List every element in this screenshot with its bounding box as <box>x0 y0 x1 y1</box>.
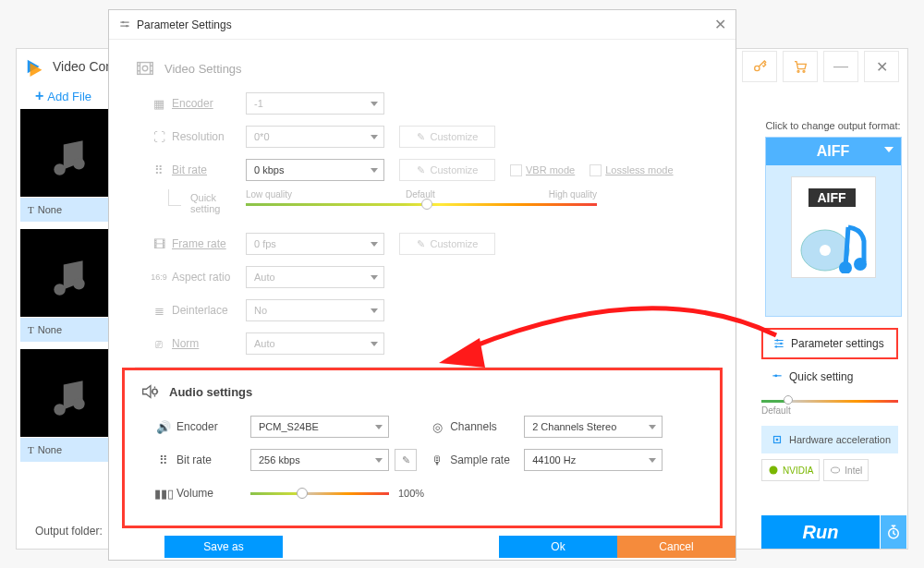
samplerate-row: 🎙 Sample rate 44100 Hz <box>424 446 720 474</box>
app-logo-icon <box>25 56 45 77</box>
svg-point-26 <box>126 25 128 27</box>
svg-point-6 <box>73 158 85 170</box>
aspect-row: 16:9 Aspect ratio Auto <box>109 263 736 291</box>
svg-point-22 <box>770 466 778 475</box>
thumb-format-label[interactable]: TNone <box>20 438 113 462</box>
norm-row: ⎚ Norm Auto <box>109 330 736 357</box>
svg-point-5 <box>54 163 66 175</box>
nvidia-badge[interactable]: NVIDIA <box>761 459 820 481</box>
thumb-format-label[interactable]: TNone <box>20 198 113 222</box>
aspect-icon: 16:9 <box>146 272 172 282</box>
volume-icon: ▮▮▯ <box>151 487 176 501</box>
svg-point-23 <box>832 467 840 473</box>
video-encoder-row: ▦ Encoder -1 <box>109 90 736 117</box>
audio-bitrate-edit-button[interactable]: ✎ <box>395 449 417 471</box>
sliders-icon <box>118 18 131 31</box>
audio-encoder-icon: 🔊 <box>151 420 176 434</box>
parameter-settings-link[interactable]: Parameter settings <box>761 328 898 359</box>
svg-point-10 <box>73 398 85 410</box>
schedule-button[interactable] <box>881 515 906 549</box>
svg-rect-21 <box>776 439 778 441</box>
format-card[interactable]: AIFF AIFF <box>765 137 902 317</box>
aspect-select[interactable]: Auto <box>246 266 384 288</box>
format-name[interactable]: AIFF <box>766 138 901 165</box>
cart-button[interactable] <box>783 51 818 82</box>
format-panel-title: Click to change output format: <box>761 120 905 131</box>
output-format-panel: Click to change output format: AIFF AIFF… <box>761 120 905 481</box>
main-close-button[interactable]: ✕ <box>864 51 899 82</box>
framerate-row: 🎞 Frame rate 0 fps ✎Customize <box>109 230 736 258</box>
media-thumb[interactable] <box>20 229 113 317</box>
quick-setting-link[interactable]: Quick setting <box>761 370 905 383</box>
video-resolution-select[interactable]: 0*0 <box>246 126 384 148</box>
dialog-title: Parameter Settings <box>137 18 232 31</box>
svg-point-4 <box>803 70 805 72</box>
framerate-icon: 🎞 <box>146 237 172 251</box>
lossless-checkbox[interactable]: Lossless mode <box>590 164 673 176</box>
framerate-customize-button[interactable]: ✎Customize <box>399 233 495 255</box>
media-thumb[interactable] <box>20 349 113 437</box>
video-quality-slider[interactable]: Low qualityDefaultHigh quality <box>246 189 597 217</box>
dialog-close-button[interactable]: ✕ <box>714 16 726 33</box>
video-quick-setting-row: Quick setting Low qualityDefaultHigh qua… <box>168 189 736 217</box>
add-file-button[interactable]: + Add File <box>35 88 91 104</box>
audio-settings-highlight: Audio settings 🔊 Encoder PCM_S24BE ⠿ Bit… <box>122 368 723 528</box>
audio-settings-header: Audio settings <box>125 370 720 413</box>
dialog-footer: Save as Ok Cancel <box>109 536 736 558</box>
sliders-icon <box>772 337 785 350</box>
encoder-icon: ▦ <box>146 97 172 111</box>
samplerate-icon: 🎙 <box>424 453 450 467</box>
samplerate-select[interactable]: 44100 Hz <box>524 449 663 471</box>
audio-encoder-select[interactable]: PCM_S24BE <box>250 416 389 438</box>
svg-point-3 <box>797 70 799 72</box>
channels-row: ◎ Channels 2 Channels Stereo <box>424 413 720 441</box>
ok-button[interactable]: Ok <box>499 536 617 558</box>
save-as-button[interactable]: Save as <box>164 536 283 558</box>
volume-slider[interactable] <box>250 492 389 495</box>
audio-bitrate-icon: ⠿ <box>151 453 176 467</box>
channels-icon: ◎ <box>424 420 450 434</box>
audio-bitrate-row: ⠿ Bit rate 256 kbps ✎ <box>125 446 424 474</box>
audio-bitrate-select[interactable]: 256 kbps <box>250 449 389 471</box>
channels-select[interactable]: 2 Channels Stereo <box>524 416 663 438</box>
intel-badge[interactable]: Intel <box>823 459 869 481</box>
svg-point-18 <box>775 345 777 347</box>
svg-point-28 <box>142 66 148 71</box>
svg-point-9 <box>54 404 66 416</box>
video-encoder-select[interactable]: -1 <box>246 92 384 115</box>
vbr-checkbox[interactable]: VBR mode <box>510 164 575 176</box>
dialog-titlebar[interactable]: Parameter Settings ✕ <box>109 10 736 40</box>
norm-icon: ⎚ <box>146 337 172 351</box>
resolution-customize-button[interactable]: ✎Customize <box>399 126 495 148</box>
video-settings-header: Video Settings <box>109 40 736 90</box>
svg-point-19 <box>774 374 777 377</box>
hardware-accel-toggle[interactable]: Hardware acceleration <box>761 426 898 453</box>
deinterlace-select[interactable]: No <box>246 299 384 321</box>
video-resolution-row: ⛶ Resolution 0*0 ✎Customize <box>109 123 736 151</box>
bitrate-customize-button[interactable]: ✎Customize <box>399 159 495 181</box>
quick-setting-slider[interactable]: Default <box>761 394 898 413</box>
license-key-button[interactable] <box>742 51 777 82</box>
parameter-settings-dialog: Parameter Settings ✕ Video Settings ▦ En… <box>108 9 736 561</box>
plus-icon: + <box>35 88 43 104</box>
svg-point-13 <box>820 245 831 256</box>
svg-point-8 <box>73 278 85 290</box>
audio-volume-row: ▮▮▯ Volume 100% <box>125 479 424 507</box>
chevron-down-icon <box>884 147 894 152</box>
media-thumb[interactable] <box>20 109 113 197</box>
video-bitrate-select[interactable]: 0 kbps <box>246 159 384 181</box>
svg-point-2 <box>755 66 760 70</box>
svg-point-17 <box>780 343 782 344</box>
framerate-select[interactable]: 0 fps <box>246 233 384 255</box>
norm-select[interactable]: Auto <box>246 332 384 355</box>
run-button[interactable]: Run <box>761 515 880 549</box>
svg-point-7 <box>54 284 66 296</box>
film-icon <box>135 58 155 79</box>
minimize-button[interactable]: — <box>823 51 858 82</box>
cancel-button[interactable]: Cancel <box>617 536 736 558</box>
chip-icon <box>771 433 784 446</box>
deinterlace-icon: ≣ <box>146 304 172 318</box>
format-file-icon: AIFF <box>791 176 876 278</box>
thumb-format-label[interactable]: TNone <box>20 318 113 342</box>
speaker-gear-icon <box>140 381 160 402</box>
